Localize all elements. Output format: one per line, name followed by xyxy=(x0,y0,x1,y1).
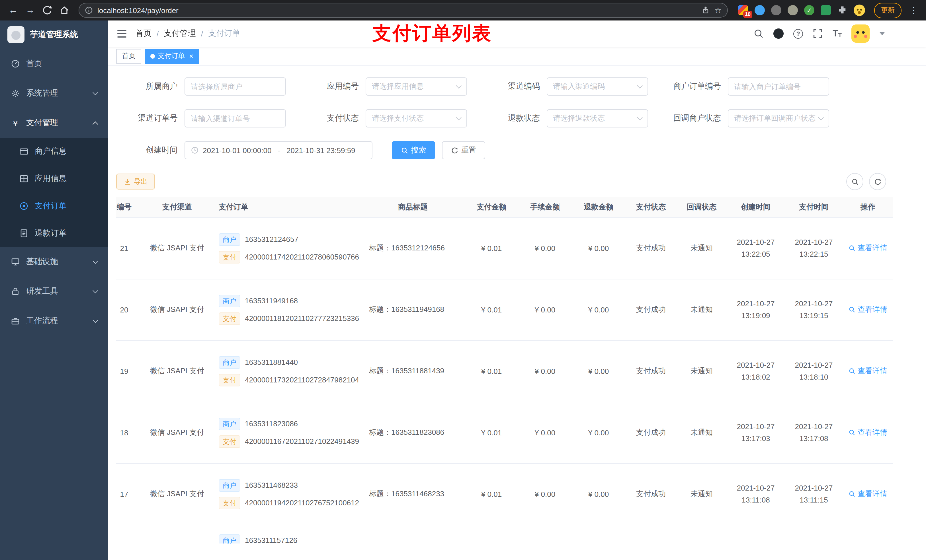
pay-status-select[interactable]: 请选择支付状态 xyxy=(366,109,467,127)
cell-title: 标题：1635311823086 xyxy=(361,402,465,463)
refresh-table-button[interactable] xyxy=(869,173,886,190)
address-bar[interactable]: localhost:1024/pay/order ☆ xyxy=(79,3,728,18)
search-icon xyxy=(849,491,855,497)
merchant-tag: 商户 xyxy=(219,233,240,246)
refund-status-select[interactable]: 请选择退款状态 xyxy=(547,109,648,127)
sidebar-item-devtools[interactable]: 研发工具 xyxy=(0,276,108,306)
sidebar-logo[interactable]: 芋道管理系统 xyxy=(0,21,108,49)
sidebar-item-pay-order[interactable]: 支付订单 xyxy=(0,192,108,220)
browser-menu-button[interactable]: ⋮ xyxy=(907,5,920,15)
browser-home-button[interactable] xyxy=(57,3,72,18)
share-button[interactable] xyxy=(702,6,710,14)
gear-icon xyxy=(11,89,20,98)
github-button[interactable] xyxy=(773,29,784,39)
cell-create-time: 2021-10-27 13:11:08 xyxy=(727,463,785,525)
check-icon: ✓ xyxy=(804,5,814,15)
extension-icon-1[interactable]: 10 xyxy=(738,5,748,15)
search-button[interactable]: 搜索 xyxy=(392,141,435,159)
extension-icon-5[interactable]: ✓ xyxy=(804,5,814,15)
cell-amount: ¥ 0.01 xyxy=(465,217,518,279)
breadcrumb-home[interactable]: 首页 xyxy=(136,29,151,39)
cell-pay-time: 2021-10-27 13:11:15 xyxy=(785,463,843,525)
header-search-button[interactable] xyxy=(754,29,764,39)
sidebar-item-app-info[interactable]: 应用信息 xyxy=(0,165,108,192)
extension-icon-6[interactable] xyxy=(821,5,831,15)
user-avatar[interactable] xyxy=(851,24,870,43)
extension-icon-4[interactable] xyxy=(788,5,798,15)
cell-order: 商户 1635311468233 支付 42000011942021102767… xyxy=(214,463,361,525)
page-content: 所属商户 应用编号 请选择应用信息 渠道编码 请输入渠道编码 商户订单编号 xyxy=(108,66,926,560)
bookmark-star-button[interactable]: ☆ xyxy=(714,6,722,15)
view-detail-link[interactable]: 查看详情 xyxy=(849,427,887,438)
table-header: 编号 支付渠道 支付订单 商品标题 支付金额 手续金额 退款金额 支付状态 回调… xyxy=(116,197,893,217)
home-icon xyxy=(59,5,70,15)
view-detail-link[interactable]: 查看详情 xyxy=(849,489,887,499)
browser-forward-button[interactable]: → xyxy=(23,3,38,18)
sidebar-item-refund-order[interactable]: 退款订单 xyxy=(0,220,108,247)
breadcrumb-pay[interactable]: 支付管理 xyxy=(164,29,196,39)
cell-refund: ¥ 0.00 xyxy=(572,463,625,525)
cell-fee: ¥ 0.00 xyxy=(518,217,572,279)
view-detail-link[interactable]: 查看详情 xyxy=(849,243,887,253)
extension-icon-2[interactable] xyxy=(755,5,765,15)
sidebar-item-workflow[interactable]: 工作流程 xyxy=(0,306,108,336)
extension-icon-3[interactable] xyxy=(771,5,781,15)
view-detail-link[interactable]: 查看详情 xyxy=(849,366,887,376)
browser-profile-avatar[interactable] xyxy=(854,5,865,16)
toggle-search-button[interactable] xyxy=(846,173,863,190)
cell-id: 21 xyxy=(116,217,140,279)
star-icon: ☆ xyxy=(714,6,722,15)
cell-order: 商户 1635311949168 支付 42000011812021102777… xyxy=(214,279,361,340)
font-size-button[interactable]: TT xyxy=(832,29,842,38)
cell-notify: 未通知 xyxy=(676,402,727,463)
browser-update-button[interactable]: 更新 xyxy=(874,3,902,18)
cell-status: 支付成功 xyxy=(625,340,676,402)
pay-no: 4200001194202110276752100612 xyxy=(245,498,359,507)
sidebar-item-pay[interactable]: ¥ 支付管理 xyxy=(0,108,108,138)
browser-reload-button[interactable] xyxy=(40,3,54,18)
close-tab-icon[interactable]: × xyxy=(189,52,193,60)
kebab-icon: ⋮ xyxy=(909,5,918,15)
export-button[interactable]: 导出 xyxy=(116,174,155,190)
dashboard-icon xyxy=(11,59,20,68)
avatar-caret-icon[interactable] xyxy=(879,32,885,35)
merchant-order-no-input[interactable] xyxy=(734,82,823,91)
app-title: 芋道管理系统 xyxy=(30,30,78,40)
merchant-no: 1635311468233 xyxy=(245,481,298,489)
download-icon xyxy=(124,178,131,185)
cell-amount: ¥ 0.01 xyxy=(465,340,518,402)
filter-merchant: 所属商户 xyxy=(116,77,286,96)
cell-fee: ¥ 0.00 xyxy=(518,402,572,463)
date-range-picker[interactable]: 2021-10-01 00:00:00 - 2021-10-31 23:59:5… xyxy=(185,141,372,159)
sidebar-item-home[interactable]: 首页 xyxy=(0,49,108,78)
sidebar-item-infra[interactable]: 基础设施 xyxy=(0,247,108,276)
site-info-icon[interactable] xyxy=(85,6,93,14)
help-button[interactable]: ? xyxy=(793,29,803,38)
fullscreen-button[interactable] xyxy=(813,29,823,39)
tab-home[interactable]: 首页 xyxy=(116,49,141,63)
cell-id: 19 xyxy=(116,340,140,402)
channel-order-no-input[interactable] xyxy=(191,114,280,123)
sidebar-toggle-button[interactable] xyxy=(108,30,136,37)
sidebar-item-system[interactable]: 系统管理 xyxy=(0,78,108,108)
view-detail-link[interactable]: 查看详情 xyxy=(849,305,887,315)
browser-back-button[interactable]: ← xyxy=(6,3,21,18)
search-icon xyxy=(849,429,855,436)
merchant-input[interactable] xyxy=(191,82,280,91)
tab-pay-order[interactable]: 支付订单 × xyxy=(145,49,199,63)
active-dot xyxy=(150,54,155,58)
cell-status: 支付成功 xyxy=(625,217,676,279)
app-select[interactable]: 请选择应用信息 xyxy=(366,77,467,96)
merchant-tag: 商户 xyxy=(219,534,240,543)
cell-actions: 查看详情 xyxy=(843,463,893,525)
reset-button[interactable]: 重置 xyxy=(442,141,485,159)
notify-status-select[interactable]: 请选择订单回调商户状态 xyxy=(728,109,829,127)
date-start: 2021-10-01 00:00:00 xyxy=(203,146,271,154)
screen: ← → localhost:1024/pay/order ☆ 10 ✓ xyxy=(0,0,926,560)
cell-channel: 微信 JSAPI 支付 xyxy=(140,279,214,340)
sidebar-item-merchant-info[interactable]: 商户信息 xyxy=(0,138,108,165)
extensions-puzzle-button[interactable] xyxy=(837,5,847,15)
channel-code-select[interactable]: 请输入渠道编码 xyxy=(547,77,648,96)
sidebar: 芋道管理系统 首页 系统管理 ¥ 支付管理 xyxy=(0,21,108,560)
cell-id: 18 xyxy=(116,402,140,463)
